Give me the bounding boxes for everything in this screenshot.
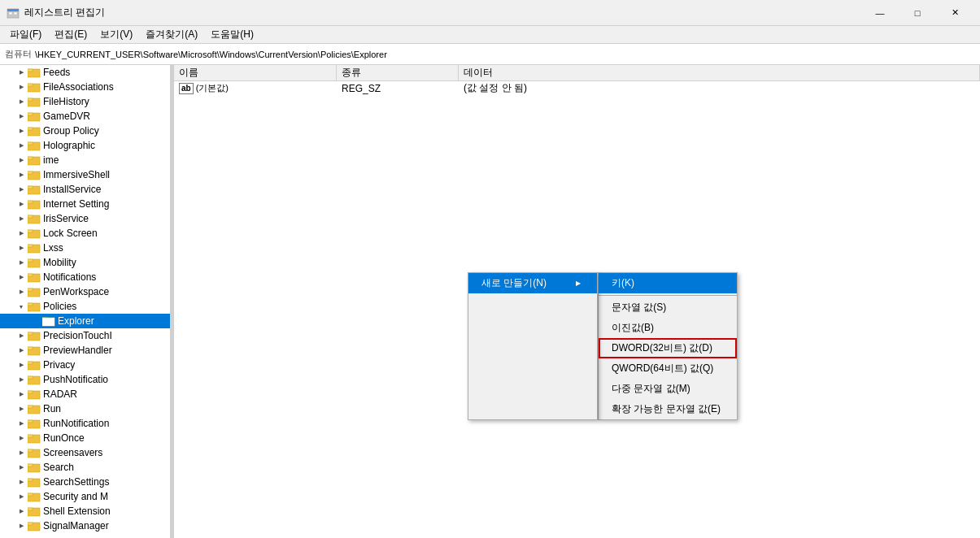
expand-filehistory[interactable] <box>15 95 28 108</box>
tree-item-holographic[interactable]: Holographic <box>0 138 170 153</box>
tree-item-policies[interactable]: Policies <box>0 299 170 314</box>
tree-item-grouppolicy[interactable]: Group Policy <box>0 124 170 138</box>
folder-icon-run <box>28 403 41 414</box>
close-button[interactable]: ✕ <box>936 0 973 26</box>
minimize-button[interactable]: — <box>861 0 899 26</box>
expand-holographic[interactable] <box>15 139 28 152</box>
tree-item-securityandm[interactable]: Security and M <box>0 489 170 504</box>
menu-favorites[interactable]: 즐겨찾기(A) <box>139 26 204 43</box>
maximize-button[interactable]: □ <box>899 0 936 26</box>
submenu-item-string[interactable]: 문자열 값(S) <box>599 297 737 318</box>
submenu-item-qword[interactable]: QWORD(64비트) 값(Q) <box>599 358 737 379</box>
col-header-type[interactable]: 종류 <box>337 65 459 80</box>
expand-pushnotificatio[interactable] <box>15 373 28 386</box>
expand-privacy[interactable] <box>15 358 28 371</box>
tree-item-precisiontouchl[interactable]: PrecisionTouchI <box>0 328 170 343</box>
tree-item-gamedvr[interactable]: GameDVR <box>0 109 170 124</box>
menu-help[interactable]: 도움말(H) <box>204 26 260 43</box>
col-header-data[interactable]: 데이터 <box>459 65 980 80</box>
svg-rect-59 <box>28 464 33 466</box>
content-row-default[interactable]: ab (기본값) REG_SZ (값 설정 안 됨) <box>174 81 980 96</box>
expand-internetsetting[interactable] <box>15 197 28 210</box>
tree-item-immersiveshell[interactable]: ImmersiveShell <box>0 167 170 182</box>
folder-icon-holo <box>28 140 41 151</box>
tree-item-search[interactable]: Search <box>0 460 170 475</box>
expand-feeds[interactable] <box>15 66 28 79</box>
tree-item-feeds[interactable]: Feeds <box>0 65 170 80</box>
expand-signalmanager[interactable] <box>15 519 28 532</box>
address-path: \HKEY_CURRENT_USER\Software\Microsoft\Wi… <box>35 50 387 59</box>
tree-label-iris: IrisService <box>43 213 89 224</box>
submenu-item-expandstring[interactable]: 확장 가능한 문자열 값(E) <box>599 399 737 419</box>
tree-item-penworkspace[interactable]: PenWorkspace <box>0 284 170 299</box>
expand-irisservice[interactable] <box>15 212 28 225</box>
expand-shellextension[interactable] <box>15 505 28 518</box>
menu-edit[interactable]: 편집(E) <box>48 26 94 43</box>
tree-item-filehistory[interactable]: FileHistory <box>0 94 170 109</box>
folder-icon-pen <box>28 286 41 297</box>
expand-searchsettings[interactable] <box>15 475 28 488</box>
tree-item-lxss[interactable]: Lxss <box>0 241 170 255</box>
submenu-item-multistring[interactable]: 다중 문자열 값(M) <box>599 379 737 399</box>
expand-securityandm[interactable] <box>15 490 28 503</box>
tree-item-installservice[interactable]: InstallService <box>0 182 170 197</box>
expand-precisiontouchl[interactable] <box>15 329 28 342</box>
expand-penworkspace[interactable] <box>15 285 28 298</box>
expand-lxss[interactable] <box>15 241 28 254</box>
tree-item-runonce[interactable]: RunOnce <box>0 431 170 445</box>
tree-label-pen: PenWorkspace <box>43 286 109 297</box>
expand-runnotification[interactable] <box>15 417 28 430</box>
expand-runonce[interactable] <box>15 432 28 445</box>
expand-screensavers[interactable] <box>15 446 28 459</box>
tree-item-internetsetting[interactable]: Internet Setting <box>0 197 170 211</box>
tree-item-signalmanager[interactable]: SignalManager <box>0 518 170 533</box>
content-header: 이름 종류 데이터 <box>174 65 980 81</box>
tree-item-pushnotificatio[interactable]: PushNotificatio <box>0 372 170 387</box>
tree-item-searchsettings[interactable]: SearchSettings <box>0 475 170 489</box>
menu-file[interactable]: 파일(F) <box>3 26 48 43</box>
tree-item-screensavers[interactable]: Screensavers <box>0 445 170 460</box>
expand-radar[interactable] <box>15 388 28 401</box>
expand-grouppolicy[interactable] <box>15 124 28 137</box>
expand-mobility[interactable] <box>15 256 28 269</box>
tree-item-mobility[interactable]: Mobility <box>0 255 170 270</box>
expand-gamedvr[interactable] <box>15 110 28 123</box>
tree-item-previewhandler[interactable]: PreviewHandler <box>0 343 170 358</box>
tree-scroll[interactable]: Feeds FileAssociations FileHistory GameD… <box>0 65 170 538</box>
expand-previewhandler[interactable] <box>15 344 28 357</box>
submenu-item-binary[interactable]: 이진값(B) <box>599 318 737 338</box>
tree-item-explorer[interactable]: Explorer <box>0 314 170 328</box>
tree-item-runnotification[interactable]: RunNotification <box>0 416 170 431</box>
folder-icon-push <box>28 374 41 385</box>
tree-item-radar[interactable]: RADAR <box>0 387 170 401</box>
submenu-item-key[interactable]: 키(K) <box>599 273 737 293</box>
tree-item-ime[interactable]: ime <box>0 153 170 167</box>
expand-run[interactable] <box>15 402 28 415</box>
expand-lockscreen[interactable] <box>15 227 28 240</box>
submenu-item-dword[interactable]: DWORD(32비트) 값(D) <box>599 338 737 358</box>
tree-item-shellextension[interactable]: Shell Extension <box>0 504 170 518</box>
menu-view[interactable]: 보기(V) <box>94 26 139 43</box>
svg-rect-25 <box>28 215 33 218</box>
expand-immersiveshell[interactable] <box>15 168 28 181</box>
folder-icon-inet <box>28 198 41 210</box>
tree-item-run[interactable]: Run <box>0 401 170 416</box>
context-menu-item-new[interactable]: 새로 만들기(N) <box>468 273 597 293</box>
svg-rect-63 <box>28 493 33 496</box>
window-controls: — □ ✕ <box>861 0 973 26</box>
folder-icon-lock <box>28 228 41 239</box>
tree-item-lockscreen[interactable]: Lock Screen <box>0 226 170 241</box>
folder-icon-feeds <box>28 67 41 78</box>
tree-item-irisservice[interactable]: IrisService <box>0 211 170 226</box>
tree-item-privacy[interactable]: Privacy <box>0 358 170 372</box>
expand-search[interactable] <box>15 461 28 474</box>
expand-policies[interactable] <box>15 300 28 313</box>
tree-label-ime: ime <box>43 154 59 166</box>
expand-ime[interactable] <box>15 154 28 167</box>
expand-fileassociations[interactable] <box>15 80 28 93</box>
tree-item-notifications[interactable]: Notifications <box>0 270 170 284</box>
expand-notifications[interactable] <box>15 271 28 284</box>
expand-installservice[interactable] <box>15 183 28 196</box>
tree-item-fileassociations[interactable]: FileAssociations <box>0 80 170 94</box>
col-header-name[interactable]: 이름 <box>174 65 337 80</box>
